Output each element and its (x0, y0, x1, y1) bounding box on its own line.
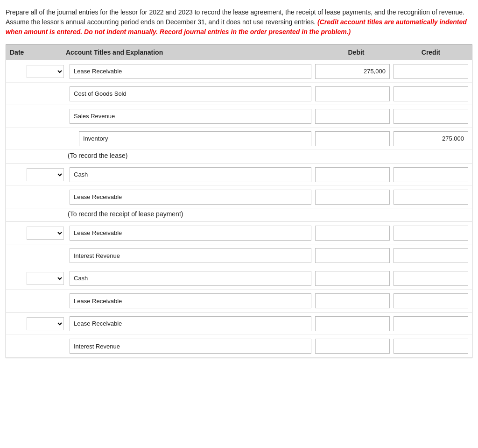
date-cell (10, 168, 66, 181)
debit-input[interactable] (315, 86, 390, 101)
account-cell (70, 293, 311, 308)
credit-input[interactable] (394, 339, 468, 354)
account-cell (70, 316, 311, 331)
account-title-input[interactable] (70, 109, 311, 124)
account-title-input[interactable] (70, 64, 311, 79)
debit-input[interactable] (315, 64, 390, 79)
account-cell (70, 271, 311, 286)
table-row (6, 83, 472, 105)
account-title-input[interactable] (70, 339, 311, 354)
debit-input[interactable] (315, 248, 390, 263)
credit-cell (394, 316, 468, 331)
table-row (6, 222, 472, 244)
debit-input[interactable] (315, 131, 390, 146)
note-row: (To record the lease) (6, 150, 472, 163)
credit-cell (394, 293, 468, 308)
credit-cell (394, 339, 468, 354)
credit-input[interactable] (394, 86, 468, 101)
credit-input[interactable] (394, 167, 468, 182)
table-row (6, 60, 472, 83)
date-select[interactable] (27, 227, 64, 240)
debit-input[interactable] (315, 271, 390, 286)
credit-cell (394, 64, 468, 79)
debit-cell (315, 271, 390, 286)
account-cell (70, 167, 311, 182)
instructions-block: Prepare all of the journal entries for t… (6, 7, 472, 37)
account-title-input[interactable] (70, 248, 311, 263)
header-account: Account Titles and Explanation (66, 49, 319, 56)
debit-cell (315, 226, 390, 241)
account-cell (70, 339, 311, 354)
table-row (6, 105, 472, 128)
debit-cell (315, 131, 390, 146)
credit-input[interactable] (394, 190, 468, 205)
credit-cell (394, 248, 468, 263)
debit-input[interactable] (315, 190, 390, 205)
debit-input[interactable] (315, 109, 390, 124)
table-row (6, 267, 472, 290)
date-cell (10, 272, 66, 285)
entry-group-3 (6, 222, 472, 267)
debit-input[interactable] (315, 167, 390, 182)
credit-input[interactable] (394, 293, 468, 308)
note-text: (To record the receipt of lease payment) (66, 210, 319, 218)
account-title-input[interactable] (70, 293, 311, 308)
credit-input[interactable] (394, 271, 468, 286)
credit-cell (394, 109, 468, 124)
header-date: Date (10, 49, 66, 56)
date-cell (10, 65, 66, 78)
header-credit: Credit (394, 49, 468, 56)
account-cell (70, 109, 311, 124)
date-select[interactable] (27, 168, 64, 181)
debit-input[interactable] (315, 226, 390, 241)
account-title-input[interactable] (70, 271, 311, 286)
credit-input[interactable] (394, 64, 468, 79)
table-row (6, 335, 472, 357)
debit-cell (315, 316, 390, 331)
debit-cell (315, 190, 390, 205)
credit-cell (394, 271, 468, 286)
account-title-input[interactable] (70, 190, 311, 205)
account-title-input[interactable] (70, 226, 311, 241)
date-cell (10, 227, 66, 240)
account-title-input[interactable] (70, 316, 311, 331)
account-cell (70, 248, 311, 263)
date-select[interactable] (27, 272, 64, 285)
note-row: (To record the receipt of lease payment) (6, 208, 472, 221)
debit-cell (315, 167, 390, 182)
table-row (6, 244, 472, 267)
debit-cell (315, 64, 390, 79)
note-text: (To record the lease) (66, 152, 319, 159)
debit-input[interactable] (315, 316, 390, 331)
credit-input[interactable] (394, 109, 468, 124)
table-row (6, 128, 472, 150)
credit-input[interactable] (394, 131, 468, 146)
date-select[interactable] (27, 317, 64, 330)
entry-group-1: (To record the lease) (6, 60, 472, 164)
date-select[interactable] (27, 65, 64, 78)
account-cell (70, 86, 311, 101)
date-cell (10, 317, 66, 330)
account-cell (70, 131, 311, 146)
account-title-input[interactable] (70, 86, 311, 101)
table-header: Date Account Titles and Explanation Debi… (6, 44, 472, 60)
journal-table: (To record the lease)(To record the rece… (6, 60, 472, 358)
account-cell (70, 190, 311, 205)
credit-input[interactable] (394, 248, 468, 263)
page-container: Prepare all of the journal entries for t… (0, 0, 478, 448)
header-debit: Debit (319, 49, 394, 56)
account-title-input[interactable] (70, 167, 311, 182)
debit-input[interactable] (315, 339, 390, 354)
credit-input[interactable] (394, 226, 468, 241)
account-cell (70, 226, 311, 241)
credit-cell (394, 131, 468, 146)
entry-group-5 (6, 313, 472, 358)
credit-cell (394, 190, 468, 205)
debit-input[interactable] (315, 293, 390, 308)
entry-group-4 (6, 267, 472, 313)
credit-cell (394, 167, 468, 182)
credit-input[interactable] (394, 316, 468, 331)
account-title-input[interactable] (79, 131, 311, 146)
debit-cell (315, 86, 390, 101)
debit-cell (315, 293, 390, 308)
